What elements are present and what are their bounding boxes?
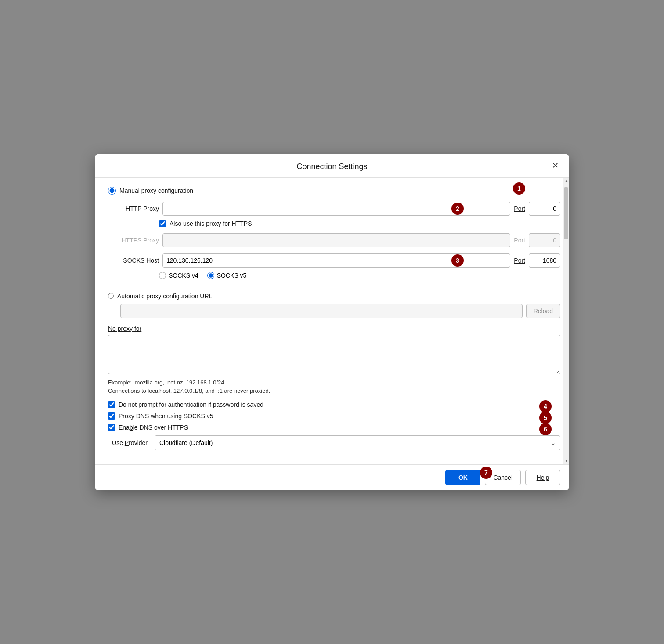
- scrollbar[interactable]: ▲ ▼: [563, 178, 569, 464]
- https-proxy-label: HTTPS Proxy: [120, 237, 159, 244]
- https-proxy-input[interactable]: [162, 233, 510, 247]
- dialog-header: Connection Settings ✕: [95, 154, 569, 178]
- reload-button[interactable]: Reload: [526, 304, 560, 318]
- also-https-label[interactable]: Also use this proxy for HTTPS: [170, 220, 252, 227]
- noproxy-section: No proxy for Example: .mozilla.org, .net…: [108, 325, 560, 394]
- also-https-checkbox[interactable]: [159, 220, 166, 227]
- manual-proxy-radio[interactable]: [108, 187, 116, 195]
- proxy-dns-label[interactable]: Proxy DNS when using SOCKS v5: [119, 412, 213, 420]
- proxy-dns-checkbox[interactable]: [108, 412, 115, 420]
- socks-host-row: SOCKS Host Port: [108, 253, 560, 268]
- socks-v5-label[interactable]: SOCKS v5: [217, 272, 247, 279]
- http-port-input[interactable]: [529, 202, 560, 216]
- badge-3: 3: [451, 254, 464, 267]
- connections-text: Connections to localhost, 127.0.0.1/8, a…: [108, 387, 560, 394]
- socks-version-row: SOCKS v4 SOCKS v5: [108, 272, 560, 279]
- dialog-body: Manual proxy configuration 1 HTTP Proxy …: [95, 178, 569, 464]
- enable-dns-label[interactable]: Enable DNS over HTTPS: [119, 424, 188, 431]
- badge-7: 7: [480, 467, 492, 479]
- proxy-dns-row: Proxy DNS when using SOCKS v5 5: [108, 412, 560, 420]
- auto-proxy-input-row: Reload: [108, 304, 560, 318]
- http-proxy-label: HTTP Proxy: [120, 205, 159, 212]
- no-auth-row: Do not prompt for authentication if pass…: [108, 401, 560, 408]
- https-proxy-row: HTTPS Proxy Port: [108, 233, 560, 247]
- socks-host-label: SOCKS Host: [120, 257, 159, 264]
- help-button[interactable]: Help: [525, 470, 560, 485]
- http-port-label: Port: [514, 205, 525, 212]
- socks-v5-radio[interactable]: [207, 272, 214, 279]
- enable-dns-checkbox[interactable]: [108, 424, 115, 431]
- socks-v4-item: SOCKS v4: [159, 272, 198, 279]
- socks-port-label: Port: [514, 257, 525, 264]
- socks-v5-item: SOCKS v5: [207, 272, 247, 279]
- provider-row: Use Provider Cloudflare (Default) NextDN…: [108, 435, 560, 450]
- badge-6: 6: [539, 423, 552, 435]
- no-auth-checkbox[interactable]: [108, 401, 115, 408]
- badge-5: 5: [539, 412, 552, 424]
- auto-proxy-radio[interactable]: [108, 293, 114, 299]
- scroll-down-arrow[interactable]: ▼: [563, 458, 569, 464]
- http-proxy-row: HTTP Proxy Port: [108, 202, 560, 216]
- https-port-label: Port: [514, 237, 525, 244]
- auto-proxy-row: Automatic proxy configuration URL: [108, 293, 560, 300]
- ok-button[interactable]: OK: [445, 470, 480, 485]
- enable-dns-row: Enable DNS over HTTPS 6: [108, 424, 560, 431]
- provider-select[interactable]: Cloudflare (Default) NextDNS Custom: [155, 435, 560, 450]
- dialog-title: Connection Settings: [296, 162, 367, 171]
- noproxy-textarea[interactable]: [108, 335, 560, 374]
- connection-settings-dialog: Connection Settings ✕ Manual proxy confi…: [95, 154, 569, 490]
- close-button[interactable]: ✕: [548, 159, 562, 173]
- scrollbar-thumb[interactable]: [564, 187, 568, 239]
- socks-v4-label[interactable]: SOCKS v4: [169, 272, 198, 279]
- socks-v4-radio[interactable]: [159, 272, 166, 279]
- manual-proxy-row: Manual proxy configuration: [108, 187, 560, 195]
- auto-proxy-url-input[interactable]: [120, 304, 523, 318]
- badge-1: 1: [513, 182, 525, 195]
- provider-select-wrapper: Cloudflare (Default) NextDNS Custom ⌄: [155, 435, 560, 450]
- also-https-row: Also use this proxy for HTTPS: [108, 220, 560, 227]
- auto-proxy-label[interactable]: Automatic proxy configuration URL: [117, 293, 212, 300]
- manual-proxy-label[interactable]: Manual proxy configuration: [119, 187, 193, 194]
- badge-2: 2: [451, 203, 464, 215]
- https-port-input[interactable]: [529, 233, 560, 247]
- example-text: Example: .mozilla.org, .net.nz, 192.168.…: [108, 379, 560, 386]
- no-auth-label[interactable]: Do not prompt for authentication if pass…: [119, 401, 263, 408]
- scroll-up-arrow[interactable]: ▲: [563, 178, 569, 184]
- noproxy-label: No proxy for: [108, 325, 560, 332]
- provider-label: Use Provider: [108, 439, 148, 446]
- dialog-footer: 7 OK Cancel Help: [95, 464, 569, 490]
- bottom-checkboxes: Do not prompt for authentication if pass…: [108, 401, 560, 450]
- socks-port-input[interactable]: [529, 253, 560, 268]
- badge-4: 4: [539, 400, 552, 412]
